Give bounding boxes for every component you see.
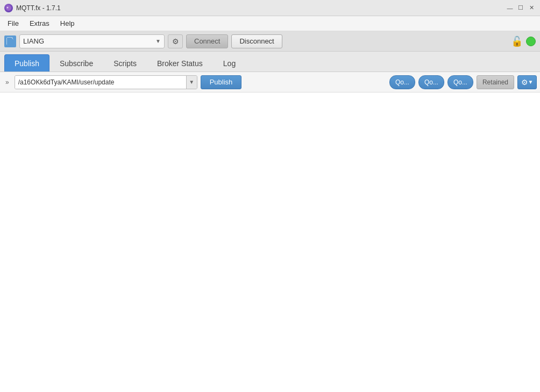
tab-scripts[interactable]: Scripts bbox=[103, 54, 147, 72]
app-title: MQTT.fx - 1.7.1 bbox=[16, 4, 61, 12]
lock-icon: 🔓 bbox=[511, 35, 523, 47]
connection-bar: LIANG ▼ ⚙ Connect Disconnect 🔓 bbox=[0, 31, 540, 52]
topic-dropdown-button[interactable]: ▼ bbox=[186, 76, 197, 89]
svg-rect-3 bbox=[7, 37, 13, 45]
new-connection-icon[interactable] bbox=[4, 35, 16, 47]
retained-button[interactable]: Retained bbox=[477, 75, 514, 89]
tab-log[interactable]: Log bbox=[213, 54, 246, 72]
menu-file[interactable]: File bbox=[2, 17, 24, 30]
connection-selector[interactable]: LIANG ▼ bbox=[19, 34, 165, 48]
window-controls[interactable]: — ☐ ✕ bbox=[506, 4, 536, 12]
topic-input-wrapper: ▼ bbox=[15, 75, 197, 89]
connection-status-area: 🔓 bbox=[511, 35, 536, 47]
connection-settings-button[interactable]: ⚙ bbox=[168, 34, 183, 48]
maximize-button[interactable]: ☐ bbox=[516, 4, 525, 12]
tab-subscribe[interactable]: Subscribe bbox=[49, 54, 103, 72]
title-bar-left: MQTT.fx - 1.7.1 bbox=[4, 4, 61, 12]
title-bar: MQTT.fx - 1.7.1 — ☐ ✕ bbox=[0, 0, 540, 16]
tab-broker-status[interactable]: Broker Status bbox=[147, 54, 213, 72]
svg-point-1 bbox=[7, 6, 9, 8]
connection-name: LIANG bbox=[23, 37, 155, 45]
publish-toolbar: » ▼ Publish Qo... Qo... Qo... Retained ⚙… bbox=[0, 72, 540, 92]
main-content-area bbox=[0, 92, 540, 392]
expand-arrow-icon[interactable]: » bbox=[3, 77, 11, 87]
menu-extras[interactable]: Extras bbox=[24, 17, 55, 30]
tab-publish[interactable]: Publish bbox=[4, 54, 49, 72]
settings-dropdown-icon: ▼ bbox=[528, 79, 534, 85]
connection-dropdown-arrow: ▼ bbox=[155, 38, 161, 44]
publish-button[interactable]: Publish bbox=[201, 75, 242, 89]
app-icon bbox=[4, 4, 13, 12]
minimize-button[interactable]: — bbox=[506, 4, 514, 12]
connect-button[interactable]: Connect bbox=[186, 34, 228, 48]
connection-status-dot bbox=[526, 37, 536, 46]
close-button[interactable]: ✕ bbox=[527, 4, 536, 12]
qos2-button[interactable]: Qo... bbox=[447, 75, 473, 89]
qos0-button[interactable]: Qo... bbox=[389, 75, 415, 89]
publish-settings-button[interactable]: ⚙ ▼ bbox=[517, 75, 537, 89]
disconnect-button[interactable]: Disconnect bbox=[231, 34, 282, 48]
menu-help[interactable]: Help bbox=[55, 17, 80, 30]
menu-bar: File Extras Help bbox=[0, 16, 540, 31]
qos1-button[interactable]: Qo... bbox=[418, 75, 444, 89]
topic-input[interactable] bbox=[15, 76, 186, 89]
settings-gear-icon: ⚙ bbox=[521, 78, 528, 87]
svg-point-0 bbox=[6, 5, 11, 11]
tabs-bar: Publish Subscribe Scripts Broker Status … bbox=[0, 52, 540, 72]
